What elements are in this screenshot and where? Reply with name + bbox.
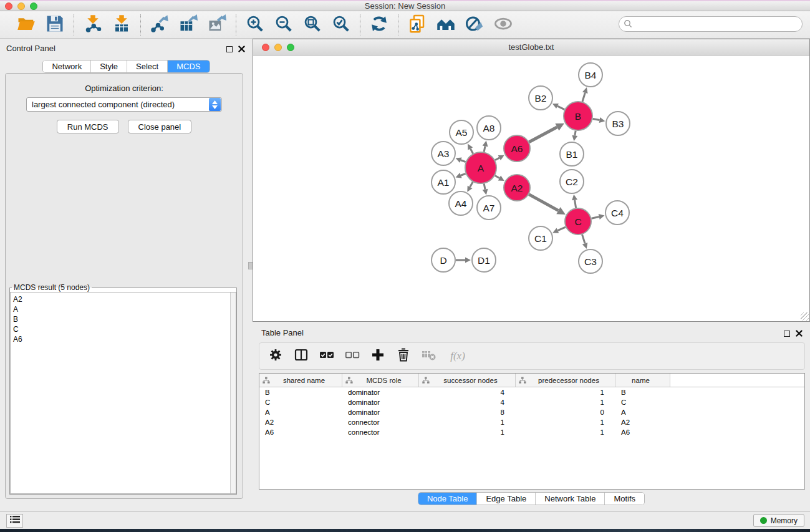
- table-close-panel-icon[interactable]: [796, 328, 803, 339]
- edge-B-B3[interactable]: [593, 118, 600, 120]
- run-mcds-button[interactable]: Run MCDS: [57, 120, 119, 133]
- network-canvas[interactable]: B4B2BB3A8A5A6A3B1AA1C2A2A4A7C4CC1DD1C3: [253, 56, 809, 321]
- export-table-button[interactable]: [178, 15, 198, 35]
- memory-button[interactable]: Memory: [753, 514, 804, 527]
- cyndex-import-button[interactable]: [407, 15, 427, 35]
- mcds-result-item[interactable]: A2: [13, 294, 236, 304]
- graph-node-D[interactable]: D: [432, 248, 455, 272]
- search-input[interactable]: [619, 16, 803, 32]
- graph-node-C2[interactable]: C2: [560, 170, 584, 193]
- mcds-result-item[interactable]: A: [13, 304, 236, 314]
- node-table[interactable]: shared nameMCDS rolesuccessor nodesprede…: [259, 373, 805, 490]
- graph-node-A7[interactable]: A7: [477, 196, 501, 220]
- column-header-successor-nodes[interactable]: successor nodes: [419, 374, 516, 387]
- tab-edge-table[interactable]: Edge Table: [477, 493, 536, 505]
- graph-node-D1[interactable]: D1: [472, 248, 496, 272]
- edge-B-B1[interactable]: [575, 131, 576, 136]
- tab-node-table[interactable]: Node Table: [418, 493, 478, 505]
- close-panel-icon[interactable]: [238, 44, 245, 55]
- select-all-rows-button[interactable]: [319, 349, 334, 364]
- network-window-titlebar[interactable]: testGlobe.txt: [253, 39, 809, 56]
- graph-node-B2[interactable]: B2: [529, 86, 552, 110]
- add-row-button[interactable]: [370, 349, 385, 364]
- table-float-panel-icon[interactable]: [784, 331, 790, 337]
- graph-node-A[interactable]: A: [465, 152, 496, 183]
- zoom-out-button[interactable]: [274, 15, 294, 35]
- edge-A-A4[interactable]: [470, 182, 473, 187]
- resize-grip[interactable]: [801, 312, 809, 321]
- criterion-dropdown[interactable]: largest connected component (directed): [26, 97, 222, 112]
- deselect-all-rows-button[interactable]: [345, 349, 360, 364]
- graph-node-C4[interactable]: C4: [605, 201, 629, 225]
- mcds-result-item[interactable]: B: [13, 314, 236, 324]
- export-image-button[interactable]: [207, 15, 227, 35]
- graph-node-C[interactable]: C: [565, 208, 591, 235]
- edge-A-A6[interactable]: [495, 158, 499, 160]
- delete-row-button[interactable]: [396, 349, 411, 364]
- edge-A-A3[interactable]: [461, 160, 466, 162]
- graph-node-A2[interactable]: A2: [504, 175, 530, 201]
- mcds-result-item[interactable]: C: [13, 324, 236, 334]
- tab-style[interactable]: Style: [91, 60, 127, 72]
- task-history-button[interactable]: [6, 514, 23, 528]
- zoom-selected-button[interactable]: [331, 15, 351, 35]
- edge-B-B2[interactable]: [557, 106, 564, 110]
- edge-A-A5[interactable]: [470, 148, 473, 153]
- graph-node-A6[interactable]: A6: [504, 135, 530, 162]
- graph-node-B1[interactable]: B1: [560, 142, 584, 166]
- table-row[interactable]: A2connector11A2: [259, 417, 804, 427]
- column-header-mcds-role[interactable]: MCDS role: [342, 374, 419, 387]
- save-session-button[interactable]: [45, 15, 65, 35]
- column-header-name[interactable]: name: [615, 374, 670, 387]
- edge-A-A1[interactable]: [461, 173, 466, 175]
- table-row[interactable]: Cdominator41C: [259, 397, 804, 407]
- graph-node-C1[interactable]: C1: [529, 226, 552, 250]
- column-header-predecessor-nodes[interactable]: predecessor nodes: [516, 374, 615, 387]
- open-session-button[interactable]: [16, 15, 36, 35]
- column-header-shared-name[interactable]: shared name: [259, 374, 342, 387]
- edge-C-C3[interactable]: [582, 235, 585, 243]
- edge-C-C1[interactable]: [557, 227, 566, 231]
- float-panel-icon[interactable]: [226, 46, 233, 52]
- zoom-in-button[interactable]: [245, 15, 265, 35]
- zoom-fit-button[interactable]: [302, 15, 322, 35]
- refresh-button[interactable]: [369, 15, 389, 35]
- edge-B-B4[interactable]: [582, 93, 585, 102]
- tab-network[interactable]: Network: [43, 60, 91, 72]
- graph-node-A8[interactable]: A8: [477, 116, 501, 140]
- tab-select[interactable]: Select: [127, 60, 168, 72]
- style-visibility-button[interactable]: [465, 15, 485, 35]
- graph-node-B4[interactable]: B4: [579, 63, 602, 87]
- mcds-result-list[interactable]: A2ABCA6: [10, 292, 236, 494]
- import-table-button[interactable]: [112, 15, 132, 35]
- edge-A6-B[interactable]: [529, 127, 557, 142]
- graph-node-C3[interactable]: C3: [579, 249, 602, 273]
- table-row[interactable]: Bdominator41B: [259, 387, 804, 397]
- tab-network-table[interactable]: Network Table: [536, 493, 605, 505]
- edge-A-A8[interactable]: [484, 146, 485, 152]
- result-scrollbar[interactable]: [230, 293, 236, 493]
- graph-node-A5[interactable]: A5: [450, 120, 473, 144]
- close-panel-button[interactable]: Close panel: [128, 120, 192, 133]
- graph-node-B3[interactable]: B3: [606, 112, 630, 135]
- tab-motifs[interactable]: Motifs: [605, 493, 644, 505]
- export-network-button[interactable]: [150, 15, 170, 35]
- genemania-search-button[interactable]: [436, 15, 456, 35]
- graph-node-A3[interactable]: A3: [432, 142, 455, 165]
- table-row[interactable]: A6connector11A6: [259, 427, 804, 437]
- edge-A-A2[interactable]: [495, 176, 499, 178]
- table-settings-button[interactable]: [268, 349, 283, 364]
- edge-A-A7[interactable]: [484, 183, 485, 189]
- graph-node-A1[interactable]: A1: [432, 170, 455, 194]
- edge-C-C4[interactable]: [591, 217, 599, 219]
- tab-mcds[interactable]: MCDS: [168, 60, 209, 72]
- graphics-details-button[interactable]: [493, 15, 513, 35]
- graph-node-B[interactable]: B: [564, 102, 592, 130]
- graph-node-A4[interactable]: A4: [449, 191, 473, 215]
- mcds-result-item[interactable]: A6: [13, 334, 236, 344]
- edge-A2-C[interactable]: [529, 195, 558, 211]
- column-layout-button[interactable]: [294, 349, 309, 364]
- import-network-button[interactable]: [83, 15, 103, 35]
- table-row[interactable]: Adominator80A: [259, 407, 804, 417]
- edge-C-C2[interactable]: [575, 200, 576, 208]
